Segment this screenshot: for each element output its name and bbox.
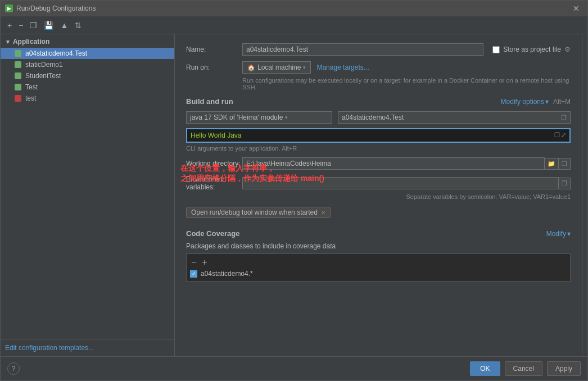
build-run-title: Build and run — [186, 97, 233, 106]
env-vars-label: Environment variables: — [186, 175, 242, 191]
cov-checkbox[interactable]: ✓ — [190, 270, 197, 278]
app-icon-0 — [14, 49, 22, 57]
modify-label: Modify — [546, 230, 566, 238]
save-config-button[interactable]: 💾 — [42, 20, 56, 31]
expand-icons: ❐ ⤢ — [554, 131, 566, 139]
chevron-down-icon-2: ▾ — [567, 230, 571, 238]
expand-icon[interactable]: ⤢ — [561, 131, 566, 139]
modify-cov-button[interactable]: Modify ▾ — [546, 230, 571, 238]
copy-config-button[interactable]: ❐ — [28, 20, 39, 31]
cov-add-btn[interactable]: + — [201, 257, 208, 267]
store-project-label: Store as project file ⚙ — [492, 46, 571, 53]
cov-remove-btn[interactable]: − — [190, 257, 197, 267]
app-icon-2 — [14, 72, 22, 80]
env-vars-input[interactable] — [242, 177, 559, 189]
toolbar: + − ❐ 💾 ▲ ⇅ — [1, 16, 587, 34]
sidebar-footer: Edit configuration templates... — [1, 339, 174, 356]
bottom-actions: OK Cancel Apply — [470, 361, 581, 376]
sdk-row: java 17 SDK of 'Heima' module ▾ a04stati… — [186, 111, 571, 124]
coverage-item-label: a04staticdemo4.* — [201, 270, 253, 278]
copy-icon-2[interactable]: ❐ — [554, 131, 560, 139]
cov-toolbar: − + — [190, 257, 567, 267]
sidebar-item-label-4: test — [25, 94, 36, 102]
run-on-select[interactable]: 🏠 Local machine ▾ — [242, 61, 311, 74]
chevron-down-icon: ▼ — [5, 39, 11, 45]
folder-icon[interactable]: 📁 — [545, 158, 559, 170]
app-icon-red-4 — [14, 94, 22, 102]
run-debug-dialog: ▶ Run/Debug Configurations ✕ + − ❐ 💾 ▲ ⇅… — [0, 0, 588, 381]
run-hint-text: Run configurations may be executed local… — [242, 77, 571, 90]
house-icon: 🏠 — [247, 64, 255, 71]
sidebar-group-header[interactable]: ▼ Application — [1, 35, 174, 48]
modify-options-button[interactable]: Modify options ▾ Alt+M — [501, 98, 571, 106]
program-args-box[interactable]: Hello World Java ❐ ⤢ — [186, 128, 571, 143]
ok-button[interactable]: OK — [470, 361, 500, 376]
app-icon-1 — [14, 61, 22, 69]
sidebar-item-0[interactable]: a04staticdemo4.Test — [1, 48, 174, 59]
store-project-checkbox[interactable] — [492, 46, 500, 53]
sidebar-item-label-0: a04staticdemo4.Test — [25, 49, 87, 57]
program-args-value: Hello World Java — [191, 131, 554, 139]
add-config-button[interactable]: + — [5, 20, 14, 31]
env-vars-row: Environment variables: ❐ — [186, 175, 571, 191]
sidebar-item-1[interactable]: staticDemo1 — [1, 59, 174, 70]
sidebar-item-3[interactable]: Test — [1, 81, 174, 93]
open-tool-chip: Open run/debug tool window when started … — [186, 207, 571, 225]
manage-targets-link[interactable]: Manage targets... — [316, 64, 369, 71]
move-up-button[interactable]: ▲ — [58, 20, 70, 31]
copy-icon[interactable]: ❐ — [561, 114, 567, 121]
cancel-button[interactable]: Cancel — [505, 361, 542, 376]
chevron-down-icon: ▾ — [545, 98, 549, 106]
code-coverage-section: Code Coverage Modify ▾ Packages and clas… — [186, 229, 571, 282]
copy-icon-4[interactable]: ❐ — [559, 178, 571, 189]
tool-window-label: Open run/debug tool window when started — [191, 208, 318, 216]
tag-close-icon[interactable]: ✕ — [321, 210, 325, 216]
sdk-dropdown-icon: ▾ — [285, 115, 288, 120]
run-on-label: Run on: — [186, 64, 242, 71]
coverage-list: − + ✓ a04staticdemo4.* — [186, 253, 571, 282]
code-cov-header: Code Coverage Modify ▾ — [186, 229, 571, 238]
sdk-value: java 17 SDK of 'Heima' module — [190, 114, 283, 121]
code-coverage-title: Code Coverage — [186, 229, 239, 238]
apply-button[interactable]: Apply — [547, 361, 581, 376]
coverage-item: ✓ a04staticdemo4.* — [190, 270, 567, 278]
name-input[interactable] — [242, 43, 483, 56]
name-row: Name: Store as project file ⚙ — [186, 43, 571, 56]
dialog-icon: ▶ — [5, 4, 13, 12]
content-panel: Name: Store as project file ⚙ Run on: 🏠 … — [175, 34, 582, 356]
edit-templates-link[interactable]: Edit configuration templates... — [5, 344, 94, 352]
app-icon-3 — [14, 83, 22, 91]
bottom-bar: ? OK Cancel Apply — [1, 356, 587, 380]
close-button[interactable]: ✕ — [569, 3, 583, 14]
sidebar-item-2[interactable]: StudentTest — [1, 70, 174, 81]
sidebar-item-4[interactable]: test — [1, 93, 174, 104]
sdk-select[interactable]: java 17 SDK of 'Heima' module ▾ — [186, 111, 332, 124]
packages-label: Packages and classes to include in cover… — [186, 242, 571, 250]
env-hint: Separate variables by semicolon: VAR=val… — [186, 193, 571, 200]
env-vars-field: ❐ — [242, 177, 571, 189]
modify-options-label: Modify options — [501, 98, 544, 106]
sidebar-item-label-2: StudentTest — [25, 72, 61, 80]
dropdown-arrow-icon: ▾ — [303, 65, 306, 70]
remove-config-button[interactable]: − — [16, 20, 25, 31]
help-button[interactable]: ? — [7, 362, 20, 375]
copy-icon-3[interactable]: ❐ — [559, 158, 571, 170]
sidebar-group-label: Application — [13, 38, 49, 46]
sidebar-item-label-3: Test — [25, 83, 38, 91]
dialog-title: Run/Debug Configurations — [16, 4, 96, 12]
working-dir-input[interactable] — [242, 157, 545, 170]
main-class-field: a04staticdemo4.Test ❐ — [338, 111, 571, 124]
main-area: ▼ Application a04staticdemo4.Test static… — [1, 34, 587, 356]
build-run-header: Build and run Modify options ▾ Alt+M — [186, 97, 571, 106]
title-bar-left: ▶ Run/Debug Configurations — [5, 4, 96, 12]
modify-options-shortcut: Alt+M — [553, 98, 571, 106]
run-on-row: Run on: 🏠 Local machine ▾ Manage targets… — [186, 61, 571, 74]
store-project-text: Store as project file — [503, 46, 561, 53]
sidebar-group-application: ▼ Application a04staticdemo4.Test static… — [1, 34, 174, 105]
tool-window-tag: Open run/debug tool window when started … — [186, 207, 331, 218]
title-bar: ▶ Run/Debug Configurations ✕ — [1, 1, 587, 16]
gear-icon: ⚙ — [564, 46, 571, 53]
working-dir-label: Working directory: — [186, 160, 242, 167]
scrollbar[interactable] — [582, 34, 587, 356]
sort-button[interactable]: ⇅ — [73, 20, 84, 31]
